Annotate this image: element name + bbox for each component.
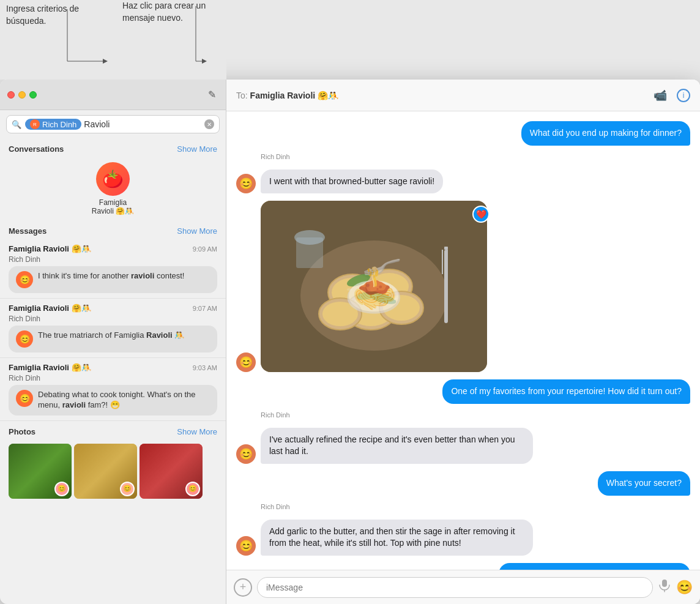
message-bubble: I've actually refined the recipe and it'… [261, 428, 533, 464]
message-sub: Rich Dinh [9, 255, 217, 264]
message-image-container: ❤️ [261, 201, 487, 372]
photo-thumb[interactable]: 😊 [74, 444, 137, 499]
photos-grid: 😊 😊 😊 [0, 440, 226, 502]
search-icon: 🔍 [12, 120, 21, 129]
messages-area: What did you end up making for dinner? R… [226, 111, 700, 570]
minimize-button[interactable] [18, 91, 26, 99]
message-input[interactable] [257, 577, 653, 598]
message-from: Famiglia Ravioli 🤗🤼 [9, 363, 91, 372]
compose-annotation-text: Haz clic para crear un mensaje nuevo. [122, 1, 206, 23]
message-row-outgoing: What did you end up making for dinner? [236, 121, 690, 146]
message-sub: Rich Dinh [9, 315, 217, 323]
compose-icon: ✎ [208, 89, 216, 100]
chat-title: To: Famiglia Ravioli 🤗🤼 [236, 91, 653, 100]
fullscreen-button[interactable] [29, 91, 37, 99]
message-row-incoming: 😊 I went with that browned-butter sage r… [236, 170, 690, 194]
svg-rect-30 [662, 580, 667, 587]
message-row-incoming: 😊 I've actually refined the recipe and i… [236, 428, 690, 464]
message-time: 9:03 AM [193, 364, 217, 371]
message-bubble: What's your secret? [598, 471, 690, 496]
sender-avatar: 😊 [236, 352, 256, 372]
svg-point-20 [356, 290, 379, 301]
emoji-button[interactable]: 😊 [676, 580, 693, 595]
message-bubble: Incredible. I have to try making this fo… [499, 563, 690, 570]
message-time: 9:07 AM [193, 305, 217, 312]
sender-avatar: 😊 [236, 174, 256, 193]
app-window: ✎ 🔍 R Rich Dinh Ravioli ✕ Conversations … [0, 80, 700, 604]
svg-rect-29 [296, 237, 323, 268]
mini-avatar: 😊 [16, 330, 33, 348]
svg-rect-27 [444, 247, 448, 250]
sender-name: Rich Dinh [236, 153, 690, 160]
search-bar[interactable]: 🔍 R Rich Dinh Ravioli ✕ [6, 115, 220, 133]
svg-point-22 [393, 297, 397, 300]
svg-point-15 [322, 302, 358, 326]
preview-text: I think it's time for another ravioli co… [38, 271, 184, 281]
chat-header-actions: 📹 i [653, 89, 690, 102]
conversations-title: Conversations [9, 144, 64, 154]
compose-button[interactable]: ✎ [205, 88, 218, 102]
svg-point-11 [370, 273, 409, 300]
svg-point-21 [347, 288, 352, 291]
conversation-item[interactable]: 🍅 FamigliaRavioli 🤗🤼 [0, 157, 226, 220]
message-item[interactable]: Famiglia Ravioli 🤗🤼 9:09 AM Rich Dinh 😊 … [0, 239, 226, 299]
mini-avatar: 😊 [16, 271, 33, 288]
sidebar: ✎ 🔍 R Rich Dinh Ravioli ✕ Conversations … [0, 80, 226, 604]
message-bubble: I went with that browned-butter sage rav… [261, 170, 443, 194]
message-time: 9:09 AM [193, 245, 217, 253]
message-row-outgoing: Incredible. I have to try making this fo… [236, 563, 690, 570]
sender-avatar: 😊 [236, 444, 256, 464]
search-token[interactable]: R Rich Dinh [25, 119, 81, 130]
messages-title: Messages [9, 226, 47, 236]
sidebar-content: Conversations Show More 🍅 FamigliaRaviol… [0, 138, 226, 604]
message-bubble: One of my favorites from your repertoire… [442, 379, 690, 404]
message-item[interactable]: Famiglia Ravioli 🤗🤼 9:03 AM Rich Dinh 😊 … [0, 358, 226, 421]
conversations-header: Conversations Show More [0, 138, 226, 157]
conversations-show-more[interactable]: Show More [177, 144, 217, 154]
audio-icon[interactable] [658, 579, 671, 595]
search-clear-button[interactable]: ✕ [204, 119, 214, 129]
message-preview: 😊 The true matriarch of Famiglia Ravioli… [9, 326, 217, 352]
message-preview: 😊 Debating what to cook tonight. What's … [9, 385, 217, 416]
message-row-image: 😊 [236, 201, 690, 372]
photo-thumb[interactable]: 😊 [140, 444, 203, 499]
chat-header: To: Famiglia Ravioli 🤗🤼 📹 i [226, 80, 700, 111]
sender-name: Rich Dinh [236, 411, 690, 419]
message-sub: Rich Dinh [9, 374, 217, 382]
chat-area: To: Famiglia Ravioli 🤗🤼 📹 i What did you… [226, 80, 700, 604]
photos-show-more[interactable]: Show More [177, 427, 217, 436]
message-from: Famiglia Ravioli 🤗🤼 [9, 244, 91, 253]
chat-input-area: + 😊 [226, 570, 700, 604]
sender-name: Rich Dinh [236, 503, 690, 510]
message-bubble: Add garlic to the butter, and then stir … [261, 520, 533, 556]
video-call-icon[interactable]: 📹 [653, 89, 667, 102]
ravioli-image[interactable] [261, 201, 487, 372]
message-row-outgoing: What's your secret? [236, 471, 690, 496]
mini-avatar: 😊 [16, 390, 33, 407]
messages-header: Messages Show More [0, 220, 226, 239]
to-label: To: [236, 91, 250, 100]
token-avatar: R [30, 119, 40, 129]
add-button[interactable]: + [234, 578, 252, 597]
messages-show-more[interactable]: Show More [177, 226, 217, 236]
conv-avatar: 🍅 [96, 162, 130, 196]
chat-name: Famiglia Ravioli 🤗🤼 [250, 91, 338, 100]
photos-header: Photos Show More [0, 421, 226, 440]
info-icon[interactable]: i [677, 89, 690, 102]
titlebar: ✎ [0, 80, 226, 110]
svg-point-17 [383, 295, 420, 321]
traffic-lights [7, 91, 37, 99]
photo-thumb[interactable]: 😊 [9, 444, 72, 499]
preview-text: Debating what to cook tonight. What's on… [38, 390, 210, 411]
svg-point-19 [369, 291, 397, 307]
conv-name: FamigliaRavioli 🤗🤼 [92, 198, 134, 215]
svg-rect-25 [442, 250, 443, 274]
search-annotation-text: Ingresa criterios de búsqueda. [6, 4, 79, 26]
message-bubble: What did you end up making for dinner? [521, 121, 690, 146]
reaction-badge: ❤️ [472, 206, 490, 223]
svg-rect-26 [447, 250, 448, 274]
message-preview: 😊 I think it's time for another ravioli … [9, 266, 217, 293]
photos-title: Photos [9, 427, 35, 436]
close-button[interactable] [7, 91, 15, 99]
message-item[interactable]: Famiglia Ravioli 🤗🤼 9:07 AM Rich Dinh 😊 … [0, 299, 226, 358]
